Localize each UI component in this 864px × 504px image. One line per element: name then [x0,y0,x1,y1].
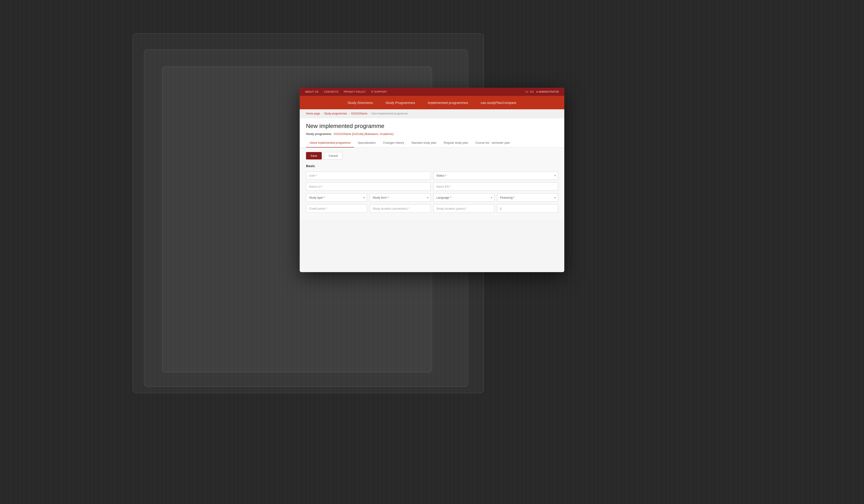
browser-window: ABOUT US CONTACTS PRIVACY POLICY IT SUPP… [300,88,564,272]
breadcrumb-010101name[interactable]: 010101Name [351,112,368,115]
top-bar: ABOUT US CONTACTS PRIVACY POLICY IT SUPP… [300,88,564,96]
lang-lv[interactable]: LV [525,90,528,93]
study-form-field: Study form * [370,194,431,202]
name-en-input[interactable] [433,182,558,191]
starting-semester-input[interactable] [497,205,558,213]
name-en-field [433,182,558,191]
nav-study-directions[interactable]: Study Directions [347,99,374,106]
financing-select[interactable]: Financing * [497,194,558,202]
tab-standart-study-plan[interactable]: Standart study plan [408,138,440,148]
form-row-2 [306,182,558,191]
breadcrumb-study-programmes[interactable]: Study programmes [324,112,347,115]
form-area: Save Cancel Basic Status * [300,148,564,220]
study-duration-years-input[interactable] [433,205,494,213]
study-type-select[interactable]: Study type * [306,194,367,202]
form-actions: Save Cancel [306,152,558,159]
breadcrumb: Home page › Study programmes › 010101Nam… [306,112,558,115]
study-duration-semesters-field [370,205,431,213]
lang-en[interactable]: EN [530,90,533,93]
tab-specialization[interactable]: Specialization [354,138,379,148]
credit-points-field [306,205,367,213]
study-duration-years-field [433,205,494,213]
page-title: New implemented programme [306,123,558,130]
tab-about-implemented-programme[interactable]: About implemented programme [306,138,354,148]
tabs-bar: About implemented programme Specializati… [300,138,564,148]
language-links: LV EN [525,90,533,93]
cancel-button[interactable]: Cancel [324,152,343,159]
nav-implemented-programmes[interactable]: Implemented programmes [427,99,469,106]
nav-study-plan-compare[interactable]: nav.studyPlanCompare [480,99,517,106]
admin-link[interactable]: ● ADMINISTRATOR [536,90,559,93]
form-row-1: Status * [306,171,558,180]
name-lv-input[interactable] [306,182,431,191]
study-form-select[interactable]: Study form * [370,194,431,202]
financing-field: Financing * [497,194,558,202]
top-bar-links: ABOUT US CONTACTS PRIVACY POLICY IT SUPP… [305,90,387,93]
study-duration-semesters-input[interactable] [370,205,431,213]
top-bar-right: LV EN ● ADMINISTRATOR [525,90,559,93]
basic-section-title: Basic [306,164,558,168]
starting-semester-field [497,205,558,213]
name-lv-field [306,182,431,191]
breadcrumb-sep-1: › [322,112,322,115]
privacy-policy-link[interactable]: PRIVACY POLICY [344,90,366,93]
tab-changes-history[interactable]: Changes history [379,138,408,148]
contacts-link[interactable]: CONTACTS [324,90,338,93]
study-type-field: Study type * [306,194,367,202]
language-field: Language * [433,194,494,202]
breadcrumb-sep-2: › [349,112,349,115]
content-area: Home page › Study programmes › 010101Nam… [300,109,564,220]
nav-bar: Study Directions Study Programmes Implem… [300,96,564,109]
code-field [306,171,431,180]
form-row-4 [306,205,558,213]
save-button[interactable]: Save [306,152,322,159]
tab-course-list[interactable]: Course list · semester plan [472,138,514,148]
study-programme-value: 010101Name [0101de] (Bakalaurs, Academic… [334,132,394,136]
breadcrumb-sep-3: › [369,112,370,115]
breadcrumb-home[interactable]: Home page [306,112,320,115]
breadcrumb-bar: Home page › Study programmes › 010101Nam… [300,109,564,118]
person-icon: ● [536,90,538,93]
page-header: New implemented programme Study programm… [300,118,564,138]
tab-regular-study-plan[interactable]: Regular study plan [440,138,472,148]
status-field: Status * [433,171,558,180]
it-support-link[interactable]: IT SUPPORT [371,90,387,93]
credit-points-input[interactable] [306,205,367,213]
code-input[interactable] [306,171,431,180]
admin-label: ADMINISTRATOR [539,90,559,93]
status-select[interactable]: Status * [433,171,558,180]
about-us-link[interactable]: ABOUT US [305,90,319,93]
study-programme-info: Study programme: 010101Name [0101de] (Ba… [306,132,558,136]
breadcrumb-current: New implemented programme [372,112,408,115]
basic-section: Basic Status * [306,164,558,213]
study-programme-label: Study programme: [306,132,332,136]
nav-study-programmes[interactable]: Study Programmes [385,99,416,106]
language-select[interactable]: Language * [433,194,494,202]
form-row-3: Study type * Study form * Language * [306,194,558,202]
